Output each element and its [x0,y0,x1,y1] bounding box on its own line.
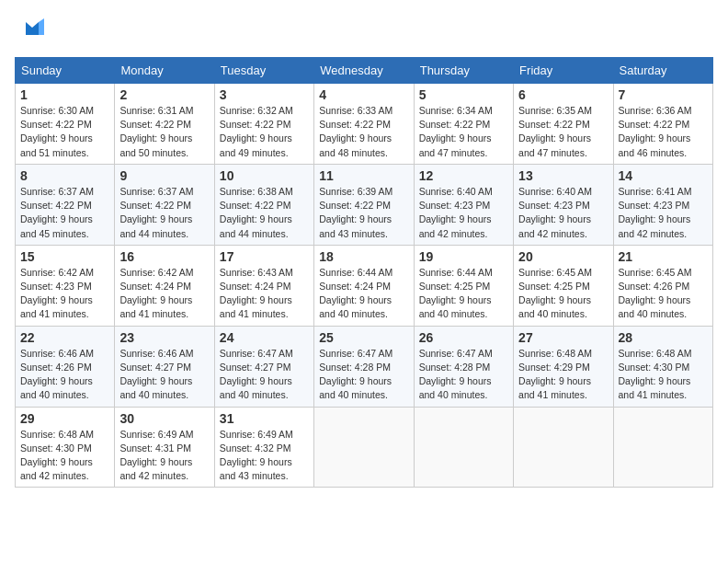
day-number: 7 [619,87,708,102]
calendar-cell: 31Sunrise: 6:49 AMSunset: 4:32 PMDayligh… [214,407,313,488]
day-number: 14 [619,168,708,183]
day-detail: Sunrise: 6:44 AMSunset: 4:24 PMDaylight:… [319,266,408,322]
calendar-cell: 11Sunrise: 6:39 AMSunset: 4:22 PMDayligh… [314,164,414,245]
calendar-cell: 13Sunrise: 6:40 AMSunset: 4:23 PMDayligh… [514,164,613,245]
day-detail: Sunrise: 6:37 AMSunset: 4:22 PMDaylight:… [20,185,109,241]
day-detail: Sunrise: 6:42 AMSunset: 4:24 PMDaylight:… [119,266,209,322]
day-detail: Sunrise: 6:49 AMSunset: 4:31 PMDaylight:… [119,428,209,484]
day-number: 24 [220,330,309,345]
day-detail: Sunrise: 6:39 AMSunset: 4:22 PMDaylight:… [319,185,408,241]
day-detail: Sunrise: 6:40 AMSunset: 4:23 PMDaylight:… [518,185,608,241]
calendar-cell: 24Sunrise: 6:47 AMSunset: 4:27 PMDayligh… [214,326,313,407]
week-row-4: 22Sunrise: 6:46 AMSunset: 4:26 PMDayligh… [16,326,713,407]
calendar-cell: 17Sunrise: 6:43 AMSunset: 4:24 PMDayligh… [214,245,313,326]
calendar-cell: 19Sunrise: 6:44 AMSunset: 4:25 PMDayligh… [414,245,513,326]
day-detail: Sunrise: 6:38 AMSunset: 4:22 PMDaylight:… [220,185,309,241]
logo-icon [18,15,46,46]
day-detail: Sunrise: 6:48 AMSunset: 4:29 PMDaylight:… [518,347,608,403]
calendar-cell: 21Sunrise: 6:45 AMSunset: 4:26 PMDayligh… [613,245,712,326]
day-detail: Sunrise: 6:40 AMSunset: 4:23 PMDaylight:… [419,185,508,241]
day-number: 17 [220,249,309,264]
calendar-cell: 3Sunrise: 6:32 AMSunset: 4:22 PMDaylight… [214,84,313,165]
weekday-header-row: SundayMondayTuesdayWednesdayThursdayFrid… [16,58,713,84]
calendar-cell: 2Sunrise: 6:31 AMSunset: 4:22 PMDaylight… [115,84,214,165]
calendar-cell: 25Sunrise: 6:47 AMSunset: 4:28 PMDayligh… [314,326,414,407]
day-detail: Sunrise: 6:42 AMSunset: 4:23 PMDaylight:… [20,266,109,322]
week-row-3: 15Sunrise: 6:42 AMSunset: 4:23 PMDayligh… [16,245,713,326]
day-detail: Sunrise: 6:34 AMSunset: 4:22 PMDaylight:… [419,104,508,160]
day-detail: Sunrise: 6:45 AMSunset: 4:25 PMDaylight:… [518,266,608,322]
day-detail: Sunrise: 6:48 AMSunset: 4:30 PMDaylight:… [20,428,109,484]
day-number: 12 [419,168,508,183]
weekday-header-wednesday: Wednesday [314,58,414,84]
calendar-cell: 14Sunrise: 6:41 AMSunset: 4:23 PMDayligh… [613,164,712,245]
day-detail: Sunrise: 6:47 AMSunset: 4:28 PMDaylight:… [419,347,508,403]
weekday-header-saturday: Saturday [613,58,712,84]
day-number: 26 [419,330,508,345]
calendar-cell: 5Sunrise: 6:34 AMSunset: 4:22 PMDaylight… [414,84,513,165]
day-number: 8 [20,168,109,183]
calendar-cell [613,407,712,488]
day-number: 2 [119,87,209,102]
calendar-table: SundayMondayTuesdayWednesdayThursdayFrid… [15,57,713,488]
week-row-1: 1Sunrise: 6:30 AMSunset: 4:22 PMDaylight… [16,84,713,165]
day-number: 1 [20,87,109,102]
day-number: 5 [419,87,508,102]
weekday-header-thursday: Thursday [414,58,513,84]
day-number: 9 [119,168,209,183]
calendar-cell: 8Sunrise: 6:37 AMSunset: 4:22 PMDaylight… [16,164,115,245]
calendar-cell [414,407,513,488]
day-detail: Sunrise: 6:36 AMSunset: 4:22 PMDaylight:… [619,104,708,160]
calendar-cell: 18Sunrise: 6:44 AMSunset: 4:24 PMDayligh… [314,245,414,326]
calendar-cell: 1Sunrise: 6:30 AMSunset: 4:22 PMDaylight… [16,84,115,165]
day-number: 10 [220,168,309,183]
day-number: 11 [319,168,408,183]
day-number: 28 [619,330,708,345]
day-detail: Sunrise: 6:43 AMSunset: 4:24 PMDaylight:… [220,266,309,322]
svg-marker-0 [26,22,39,35]
day-detail: Sunrise: 6:46 AMSunset: 4:26 PMDaylight:… [20,347,109,403]
day-number: 29 [20,411,109,426]
day-number: 19 [419,249,508,264]
calendar-cell: 15Sunrise: 6:42 AMSunset: 4:23 PMDayligh… [16,245,115,326]
calendar-cell: 23Sunrise: 6:46 AMSunset: 4:27 PMDayligh… [115,326,214,407]
logo [15,15,46,46]
day-detail: Sunrise: 6:48 AMSunset: 4:30 PMDaylight:… [619,347,708,403]
weekday-header-tuesday: Tuesday [214,58,313,84]
day-number: 15 [20,249,109,264]
day-detail: Sunrise: 6:32 AMSunset: 4:22 PMDaylight:… [220,104,309,160]
calendar-cell: 26Sunrise: 6:47 AMSunset: 4:28 PMDayligh… [414,326,513,407]
svg-marker-1 [39,18,44,35]
day-detail: Sunrise: 6:47 AMSunset: 4:28 PMDaylight:… [319,347,408,403]
day-number: 13 [518,168,608,183]
calendar-cell: 4Sunrise: 6:33 AMSunset: 4:22 PMDaylight… [314,84,414,165]
day-detail: Sunrise: 6:45 AMSunset: 4:26 PMDaylight:… [619,266,708,322]
calendar-cell: 20Sunrise: 6:45 AMSunset: 4:25 PMDayligh… [514,245,613,326]
day-number: 27 [518,330,608,345]
day-detail: Sunrise: 6:30 AMSunset: 4:22 PMDaylight:… [20,104,109,160]
calendar-cell [314,407,414,488]
weekday-header-sunday: Sunday [16,58,115,84]
day-number: 23 [119,330,209,345]
calendar-cell: 29Sunrise: 6:48 AMSunset: 4:30 PMDayligh… [16,407,115,488]
day-number: 18 [319,249,408,264]
day-number: 20 [518,249,608,264]
calendar-cell: 7Sunrise: 6:36 AMSunset: 4:22 PMDaylight… [613,84,712,165]
day-detail: Sunrise: 6:46 AMSunset: 4:27 PMDaylight:… [119,347,209,403]
day-detail: Sunrise: 6:33 AMSunset: 4:22 PMDaylight:… [319,104,408,160]
calendar-cell: 9Sunrise: 6:37 AMSunset: 4:22 PMDaylight… [115,164,214,245]
day-number: 31 [220,411,309,426]
calendar-cell: 12Sunrise: 6:40 AMSunset: 4:23 PMDayligh… [414,164,513,245]
day-number: 30 [119,411,209,426]
day-number: 22 [20,330,109,345]
day-number: 6 [518,87,608,102]
day-detail: Sunrise: 6:31 AMSunset: 4:22 PMDaylight:… [119,104,209,160]
day-number: 21 [619,249,708,264]
day-number: 25 [319,330,408,345]
day-detail: Sunrise: 6:37 AMSunset: 4:22 PMDaylight:… [119,185,209,241]
day-number: 3 [220,87,309,102]
calendar-cell [514,407,613,488]
calendar-cell: 30Sunrise: 6:49 AMSunset: 4:31 PMDayligh… [115,407,214,488]
day-detail: Sunrise: 6:49 AMSunset: 4:32 PMDaylight:… [220,428,309,484]
day-number: 4 [319,87,408,102]
